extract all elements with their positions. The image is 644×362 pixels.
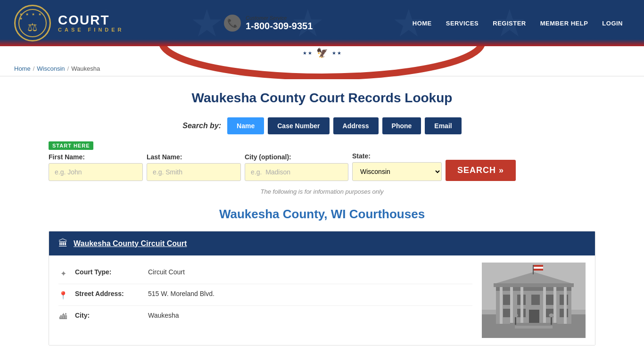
svg-rect-15	[529, 310, 539, 324]
svg-rect-8	[531, 295, 540, 305]
phone-icon: 📞	[224, 15, 241, 32]
detail-court-type: ✦ Court Type: Circuit Court	[58, 263, 472, 284]
search-button[interactable]: SEARCH »	[446, 160, 516, 181]
tab-case-number[interactable]: Case Number	[268, 117, 329, 134]
star-right: ★ ★	[332, 50, 342, 56]
svg-rect-18	[520, 286, 523, 324]
court-type-icon: ✦	[58, 269, 68, 278]
phone-details: Customer Service 1-800-309-9351	[246, 15, 313, 32]
svg-rect-26	[533, 265, 534, 274]
first-name-group: First Name:	[49, 153, 143, 181]
city-input[interactable]	[245, 163, 348, 181]
star-left: ★ ★	[303, 50, 313, 56]
city-value: Waukesha	[148, 312, 179, 319]
courthouse-body: ✦ Court Type: Circuit Court 📍 Street Add…	[49, 255, 595, 345]
eagle-banner: ★ ★ 🦅 ★ ★	[303, 46, 342, 58]
courthouse-card: 🏛 Waukesha County Circuit Court ✦ Court …	[49, 231, 595, 346]
nav-member-help[interactable]: MEMBER HELP	[533, 16, 595, 31]
svg-point-32	[549, 313, 554, 317]
address-label: Street Address:	[75, 290, 141, 297]
svg-point-31	[513, 313, 518, 317]
main-nav: HOME SERVICES REGISTER MEMBER HELP LOGIN	[405, 16, 630, 31]
logo-case-finder-text: CASE FINDER	[58, 27, 124, 33]
courthouse-image	[482, 263, 586, 338]
svg-rect-9	[545, 295, 554, 305]
svg-rect-16	[500, 286, 503, 324]
city-label: City (optional):	[245, 153, 348, 161]
search-form-container: START HERE First Name: Last Name: City (…	[49, 141, 595, 181]
tab-name[interactable]: Name	[227, 117, 264, 134]
tab-phone[interactable]: Phone	[382, 117, 421, 134]
first-name-label: First Name:	[49, 153, 143, 161]
phone-label: Customer Service	[246, 15, 313, 21]
nav-services[interactable]: SERVICES	[439, 16, 486, 31]
last-name-input[interactable]	[147, 163, 241, 181]
address-value: 515 W. Moreland Blvd.	[148, 290, 215, 297]
last-name-group: Last Name:	[147, 153, 241, 181]
info-note: The following is for information purpose…	[49, 188, 595, 195]
phone-area: 📞 Customer Service 1-800-309-9351	[224, 15, 313, 32]
state-label: State:	[352, 152, 442, 160]
courthouse-details: ✦ Court Type: Circuit Court 📍 Street Add…	[58, 263, 472, 338]
city-group: City (optional):	[245, 153, 348, 181]
search-form: First Name: Last Name: City (optional): …	[49, 152, 595, 181]
logo-scales-icon: ⚖	[27, 21, 38, 34]
logo-area: ★ ★ ★ ★ ★ ⚖ COURT CASE FINDER	[14, 5, 132, 41]
logo-emblem: ★ ★ ★ ★ ★ ⚖	[14, 5, 51, 41]
nav-login[interactable]: LOGIN	[595, 16, 630, 31]
eagle-icon: 🦅	[316, 47, 328, 58]
nav-register[interactable]: REGISTER	[486, 16, 533, 31]
phone-number: 1-800-309-9351	[246, 21, 313, 32]
arch-decoration: ★ ★ 🦅 ★ ★	[0, 46, 644, 61]
tab-address[interactable]: Address	[333, 117, 379, 134]
svg-rect-24	[510, 323, 557, 326]
detail-address: 📍 Street Address: 515 W. Moreland Blvd.	[58, 284, 472, 306]
logo-stars: ★ ★ ★ ★ ★	[19, 12, 46, 21]
courthouse-building-svg	[482, 263, 586, 338]
city-icon: 🏙	[58, 313, 68, 321]
court-type-label: Court Type:	[75, 268, 141, 276]
address-pin-icon: 📍	[58, 291, 68, 300]
logo-court-text: COURT	[58, 14, 124, 27]
court-type-value: Circuit Court	[148, 268, 185, 276]
first-name-input[interactable]	[49, 163, 143, 181]
main-content: Waukesha County Court Records Lookup Sea…	[39, 76, 605, 362]
courthouse-name[interactable]: Waukesha County Circuit Court	[74, 239, 187, 248]
nav-home[interactable]: HOME	[405, 16, 439, 31]
start-here-badge: START HERE	[49, 141, 93, 150]
search-by-row: Search by: Name Case Number Address Phon…	[49, 117, 595, 134]
logo-text: COURT CASE FINDER	[51, 10, 132, 36]
svg-rect-21	[564, 286, 567, 324]
svg-rect-28	[534, 267, 543, 269]
svg-rect-17	[510, 286, 513, 324]
detail-city: 🏙 City: Waukesha	[58, 306, 472, 327]
city-label-detail: City:	[75, 312, 141, 319]
state-group: State: Wisconsin	[352, 152, 442, 181]
tab-email[interactable]: Email	[425, 117, 461, 134]
svg-rect-22	[494, 283, 574, 287]
svg-rect-20	[553, 286, 556, 324]
svg-rect-19	[543, 286, 546, 324]
svg-rect-25	[515, 326, 553, 329]
site-header: ★ ★ ★ ★ ★ ★ ★ ★ ★ ★ ⚖ COURT CASE FINDER …	[0, 0, 644, 46]
search-by-label: Search by:	[182, 122, 221, 130]
courthouse-header: 🏛 Waukesha County Circuit Court	[49, 231, 595, 255]
courthouse-building-icon: 🏛	[58, 238, 68, 249]
state-select[interactable]: Wisconsin	[352, 162, 442, 181]
courthouses-title: Waukesha County, WI Courthouses	[49, 207, 595, 222]
last-name-label: Last Name:	[147, 153, 241, 161]
page-title: Waukesha County Court Records Lookup	[49, 90, 595, 106]
